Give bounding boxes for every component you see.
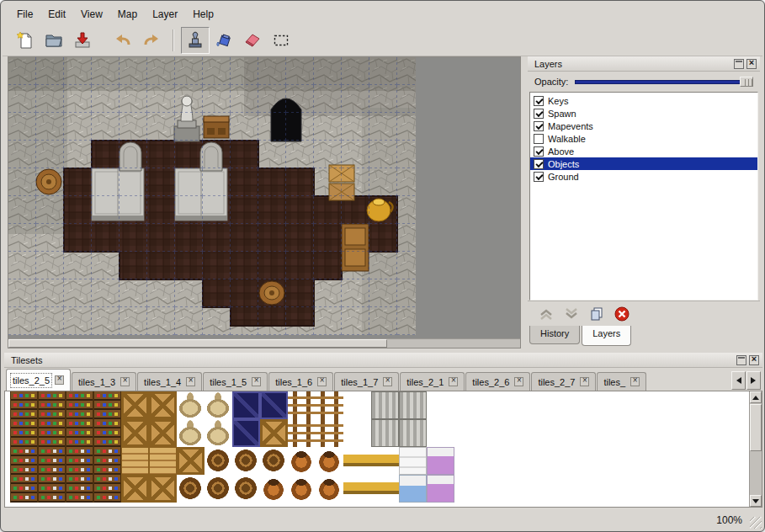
close-tab-icon[interactable] — [55, 375, 64, 385]
tile-shelf2[interactable] — [38, 475, 66, 503]
tile-crate[interactable] — [121, 419, 149, 447]
menu-help[interactable]: Help — [185, 6, 221, 23]
layer-row-keys[interactable]: Keys — [530, 94, 757, 107]
duplicate-layer-button[interactable] — [587, 305, 607, 323]
tile-ladder[interactable] — [316, 419, 343, 447]
tile-pot[interactable] — [260, 475, 288, 503]
layer-visibility-checkbox[interactable] — [534, 121, 544, 131]
float-panel-icon[interactable] — [736, 355, 746, 365]
tile-sack[interactable] — [205, 391, 232, 419]
tile-bed-purple[interactable] — [427, 447, 454, 475]
tile-sack[interactable] — [205, 419, 232, 447]
tileset-vertical-scrollbar[interactable] — [749, 391, 762, 507]
close-panel-icon[interactable] — [749, 355, 759, 365]
close-panel-icon[interactable] — [746, 59, 757, 69]
tile-shelf[interactable] — [10, 419, 38, 447]
tile-stone[interactable] — [399, 391, 427, 419]
stamp-tool-button[interactable] — [181, 27, 210, 54]
tile-sack[interactable] — [177, 419, 205, 447]
tile-barrel[interactable] — [205, 447, 232, 475]
tileset-tab-tiles_[interactable]: tiles_ — [597, 372, 646, 391]
tile-bench[interactable] — [343, 447, 371, 475]
tile-crate[interactable] — [121, 391, 149, 419]
layer-visibility-checkbox[interactable] — [534, 109, 544, 119]
map-horizontal-scrollbar[interactable] — [8, 338, 520, 348]
open-file-button[interactable] — [40, 27, 68, 54]
layer-row-mapevents[interactable]: Mapevents — [530, 120, 757, 132]
fill-tool-button[interactable] — [210, 27, 238, 54]
tileset-tab-tiles_1_4[interactable]: tiles_1_4 — [137, 372, 202, 391]
tile-shelf[interactable] — [66, 419, 93, 447]
tileset-vscroll-thumb[interactable] — [750, 404, 762, 451]
tile-pot[interactable] — [288, 447, 316, 475]
tile-shelf2[interactable] — [66, 447, 93, 475]
scroll-tabs-left-button[interactable] — [731, 371, 746, 390]
layer-row-walkable[interactable]: Walkable — [530, 132, 757, 145]
tileset-tab-tiles_2_5[interactable]: tiles_2_5 — [6, 369, 71, 391]
menu-edit[interactable]: Edit — [40, 6, 73, 23]
opacity-slider-handle[interactable] — [740, 77, 753, 87]
close-tab-icon[interactable] — [252, 377, 261, 386]
tile-ladder[interactable] — [288, 419, 316, 447]
float-panel-icon[interactable] — [734, 59, 744, 69]
tileset-tab-tiles_2_7[interactable]: tiles_2_7 — [531, 372, 596, 391]
tile-stone[interactable] — [371, 419, 399, 447]
close-tab-icon[interactable] — [383, 377, 392, 386]
undo-button[interactable] — [109, 27, 137, 54]
layer-visibility-checkbox[interactable] — [534, 96, 544, 106]
tile-shelf2[interactable] — [10, 475, 38, 503]
layer-visibility-checkbox[interactable] — [534, 134, 544, 144]
scroll-tabs-right-button[interactable] — [746, 371, 761, 390]
select-tool-button[interactable] — [267, 27, 295, 54]
tile-navy[interactable] — [260, 391, 288, 419]
tile-barrel[interactable] — [232, 475, 260, 503]
tile-crate[interactable] — [149, 391, 177, 419]
tile-sack[interactable] — [177, 391, 205, 419]
tileset-tab-tiles_1_6[interactable]: tiles_1_6 — [268, 372, 333, 391]
new-file-button[interactable] — [11, 27, 40, 54]
tile-pot[interactable] — [288, 475, 316, 503]
tile-barrel[interactable] — [232, 447, 260, 475]
close-tab-icon[interactable] — [120, 377, 130, 386]
tile-ladder[interactable] — [288, 391, 316, 419]
close-tab-icon[interactable] — [186, 377, 195, 386]
lower-layer-button[interactable] — [561, 305, 582, 323]
tile-shelf[interactable] — [93, 419, 121, 447]
tile-shelf2[interactable] — [66, 475, 93, 503]
redo-button[interactable] — [137, 27, 166, 54]
tile-white[interactable] — [427, 419, 454, 447]
layer-visibility-checkbox[interactable] — [534, 146, 544, 157]
tile-shelf2[interactable] — [10, 447, 38, 475]
tile-barrel[interactable] — [177, 475, 205, 503]
tile-shelf[interactable] — [10, 391, 38, 419]
layer-row-ground[interactable]: Ground — [530, 170, 757, 183]
scroll-up-icon[interactable] — [750, 391, 762, 403]
map-hscroll-thumb[interactable] — [8, 339, 387, 348]
tile-stone[interactable] — [371, 391, 399, 419]
tile-crate[interactable] — [121, 475, 149, 503]
panel-tab-history[interactable]: History — [529, 326, 580, 344]
tile-planks[interactable] — [149, 447, 177, 475]
tileset-tab-tiles_1_5[interactable]: tiles_1_5 — [203, 372, 268, 391]
delete-layer-button[interactable] — [612, 305, 632, 323]
tile-shelf2[interactable] — [93, 447, 121, 475]
tile-ladder[interactable] — [316, 391, 343, 419]
tile-barrel[interactable] — [260, 447, 288, 475]
tile-shelf2[interactable] — [93, 475, 121, 503]
tile-bench[interactable] — [371, 475, 399, 503]
layer-row-above[interactable]: Above — [530, 145, 757, 157]
eraser-tool-button[interactable] — [238, 27, 267, 54]
tileset-tab-tiles_1_7[interactable]: tiles_1_7 — [334, 372, 399, 391]
tile-stone[interactable] — [399, 419, 427, 447]
tile-shelf[interactable] — [38, 391, 66, 419]
tileset-tab-tiles_1_3[interactable]: tiles_1_3 — [72, 372, 136, 391]
tileset-tab-tiles_2_1[interactable]: tiles_2_1 — [400, 372, 465, 391]
save-file-button[interactable] — [68, 27, 97, 54]
close-tab-icon[interactable] — [514, 377, 523, 386]
layer-row-objects[interactable]: Objects — [530, 157, 757, 170]
menu-file[interactable]: File — [9, 6, 40, 23]
tile-pot[interactable] — [316, 475, 343, 503]
tile-crate[interactable] — [177, 447, 205, 475]
tile-shelf[interactable] — [66, 391, 93, 419]
scroll-down-icon[interactable] — [750, 495, 762, 507]
